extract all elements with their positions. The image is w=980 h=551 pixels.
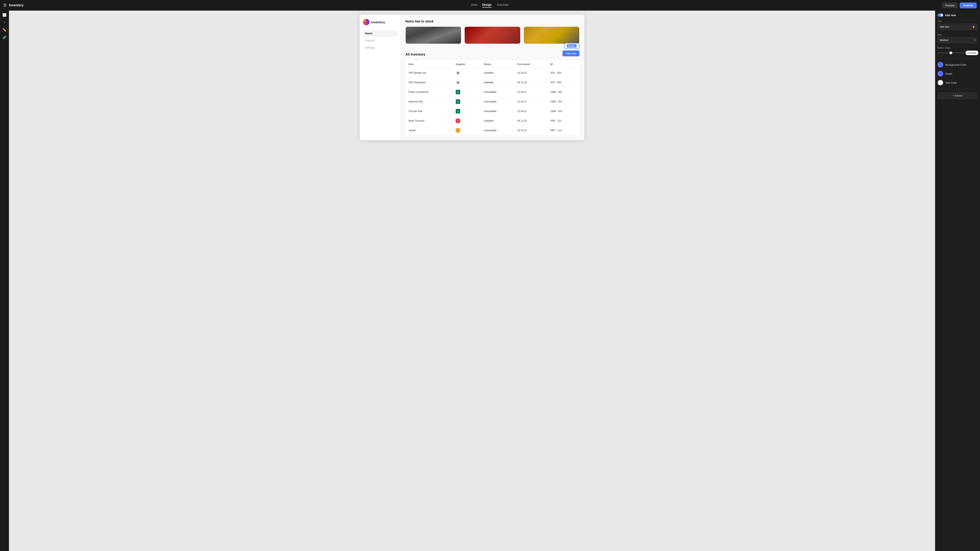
- tab-data[interactable]: Data: [471, 3, 477, 8]
- card-img-drill: [465, 27, 520, 44]
- col-supplier: Supplier: [453, 60, 481, 68]
- table-row[interactable]: VW Transporter⊕Available05.12.20ATK - 65…: [406, 78, 579, 87]
- card-saw: Circular Saw 0 items in stock Order stoc…: [524, 27, 579, 44]
- rp-text-color-label: Text Color: [945, 81, 957, 84]
- cards-row: Power Screwdriver 12 items in stock Orde…: [406, 27, 579, 44]
- card-img-saw: [524, 27, 579, 44]
- sidebar-item-settings[interactable]: Settings: [363, 44, 397, 51]
- rp-text-field: Text Add new ⚡: [937, 20, 978, 30]
- app-main: Items low in stock Power Screwdriver 12 …: [401, 15, 584, 140]
- rp-divider-1: [937, 58, 978, 59]
- inventory-header: All inventory Button Add new: [406, 51, 579, 58]
- col-status: Status: [481, 60, 514, 68]
- rp-radius-row: Button radius Example: [937, 46, 978, 55]
- rp-radius-slider[interactable]: [937, 52, 964, 53]
- main-layout: ⬜ ≡ ✏️ 🔗 Inventory Home Reports Settings: [0, 11, 980, 551]
- rp-size-select-wrap: Small Medium Large: [937, 37, 978, 43]
- table-row[interactable]: Masonry DrillmUnavailable21.04.21CBM - 5…: [406, 97, 579, 106]
- app-title: Inventory: [9, 3, 24, 7]
- link-icon[interactable]: 🔗: [2, 35, 6, 40]
- supplier-logo-makita: m: [455, 90, 460, 94]
- rp-hover-color-label: Hover: [945, 72, 953, 75]
- card-img-screwdriver: [406, 27, 461, 44]
- tab-automate[interactable]: Automate: [496, 3, 509, 8]
- list-icon[interactable]: ≡: [3, 21, 5, 24]
- rp-radius-label: Button radius: [937, 46, 978, 49]
- table-row[interactable]: Work TrousersDAvailable05.12.20PRF - 111: [406, 116, 579, 126]
- table-row[interactable]: Circular SawmUnavailable21.04.21CBM - 52…: [406, 106, 579, 116]
- tab-design[interactable]: Design: [482, 3, 492, 8]
- rp-actions-button[interactable]: + Actions: [937, 92, 978, 99]
- rp-size-label: Size: [937, 33, 978, 36]
- rp-bg-color-label: Background Color: [945, 63, 967, 66]
- supplier-logo-makita: m: [455, 99, 460, 104]
- supplier-logo-vw: ⊕: [455, 70, 460, 75]
- sidebar-item-home[interactable]: Home: [363, 30, 397, 37]
- card-drill: Masonry Drill 2 items in stock Order sto…: [465, 27, 520, 44]
- app-logo: Inventory: [363, 19, 397, 25]
- app-container: Inventory Home Reports Settings Items lo…: [360, 15, 584, 140]
- rp-divider-2: [937, 89, 978, 89]
- rp-text-input[interactable]: Add new ⚡: [937, 24, 978, 30]
- card-screwdriver: Power Screwdriver 12 items in stock Orde…: [406, 27, 461, 44]
- supplier-logo-carhartt: 🐎: [455, 128, 460, 133]
- rp-add-new-row[interactable]: Add new: [937, 13, 978, 17]
- rp-size-field: Size Small Medium Large: [937, 33, 978, 43]
- col-item: Item: [406, 60, 453, 68]
- rp-toggle[interactable]: [937, 13, 943, 17]
- rp-text-color-swatch[interactable]: [937, 80, 943, 86]
- content-area: Inventory Home Reports Settings Items lo…: [9, 11, 935, 551]
- rp-radius-controls: Example: [937, 51, 978, 55]
- inventory-title: All inventory: [406, 52, 425, 56]
- rp-bg-color-row[interactable]: Background Color: [937, 62, 978, 68]
- app-sidebar: Inventory Home Reports Settings: [360, 15, 401, 140]
- rp-flash-icon[interactable]: ⚡: [972, 25, 975, 29]
- table-row[interactable]: VW Sprinter van⊕Available10.10.22ATK - 6…: [406, 68, 579, 78]
- rp-add-new-label: Add new: [945, 14, 956, 17]
- button-tooltip: Button: [564, 43, 579, 49]
- brush-icon[interactable]: ✏️: [2, 28, 6, 32]
- layout-icon[interactable]: ⬜: [2, 13, 6, 17]
- sidebar-item-reports[interactable]: Reports: [363, 37, 397, 44]
- topbar: ☰ Inventory Data Design Automate Preview…: [0, 0, 980, 11]
- preview-button[interactable]: Preview: [942, 2, 958, 8]
- logo-icon: [363, 19, 369, 25]
- supplier-logo-vw: ⊕: [455, 80, 460, 85]
- rp-text-label: Text: [937, 20, 978, 22]
- add-new-button[interactable]: Add new: [563, 51, 579, 56]
- topbar-tabs: Data Design Automate: [471, 3, 509, 8]
- menu-icon[interactable]: ☰: [3, 3, 6, 8]
- rp-bg-color-swatch[interactable]: [937, 62, 943, 68]
- icon-sidebar: ⬜ ≡ ✏️ 🔗: [0, 11, 9, 551]
- app-nav: Home Reports Settings: [363, 30, 397, 51]
- table-row[interactable]: Power screwdrivermUnavailable21.04.21CBM…: [406, 87, 579, 97]
- table-row[interactable]: Jacket🐎Unavailable10.10.22PRF - 112: [406, 126, 579, 135]
- col-purchased: Purchased: [514, 60, 547, 68]
- rp-example-button[interactable]: Example: [966, 51, 978, 55]
- tooltip-button-icon: Button: [567, 44, 577, 48]
- right-panel: Add new Text Add new ⚡ Size Small Medium…: [935, 11, 980, 551]
- add-new-area: Button Add new: [563, 51, 579, 56]
- supplier-logo-makita: m: [455, 109, 460, 114]
- supplier-logo-dickies: D: [455, 118, 460, 123]
- rp-text-color-row[interactable]: Text Color: [937, 80, 978, 86]
- topbar-actions: Preview Publish: [942, 2, 977, 8]
- rp-size-select[interactable]: Small Medium Large: [937, 37, 978, 43]
- table-header-row: Item Supplier Status Purchased ID: [406, 60, 579, 68]
- low-stock-title: Items low in stock: [406, 20, 579, 23]
- app-logo-text: Inventory: [371, 21, 385, 24]
- rp-hover-color-swatch[interactable]: [937, 71, 943, 76]
- rp-hover-color-row[interactable]: Hover: [937, 71, 978, 76]
- inventory-table: Item Supplier Status Purchased ID VW Spr…: [406, 60, 579, 135]
- col-id: ID: [547, 60, 579, 68]
- publish-button[interactable]: Publish: [960, 2, 977, 8]
